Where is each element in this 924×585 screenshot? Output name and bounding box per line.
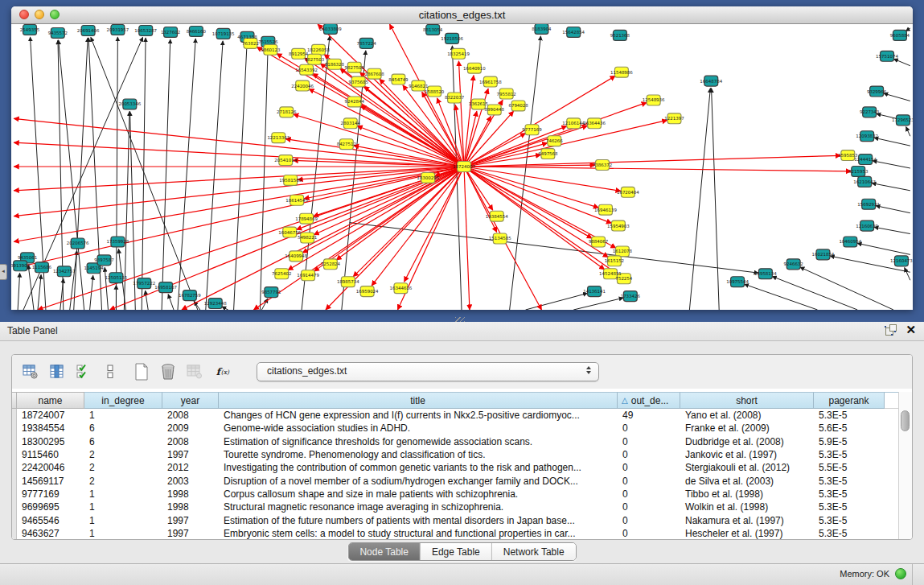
cell-name[interactable]: 18724007 [17,410,84,421]
column-header-out-degree[interactable]: △out_de... [618,392,680,409]
cell-in_degree[interactable]: 1 [84,410,162,421]
tab-network-table[interactable]: Network Table [492,543,576,560]
cell-pagerank[interactable]: 5.3E-5 [814,449,885,460]
delete-table-icon[interactable] [159,363,177,381]
tab-node-table[interactable]: Node Table [348,543,421,560]
memory-ok-icon[interactable] [895,568,906,579]
cell-pagerank[interactable]: 5.3E-5 [814,501,885,513]
cell-in_degree[interactable]: 2 [84,449,162,460]
column-header-year[interactable]: year [162,392,219,409]
table-row[interactable]: 946362711997Embryonic stem cells: a mode… [12,527,899,540]
cell-title[interactable]: Estimation of the future numbers of pati… [219,515,618,526]
cell-in_degree[interactable]: 6 [84,422,162,434]
cell-year[interactable]: 2009 [162,422,219,434]
scrollbar-thumb[interactable] [901,410,910,431]
cell-in_degree[interactable]: 1 [84,528,162,539]
cell-year[interactable]: 1997 [162,528,219,539]
cell-short[interactable]: Tibbo et al. (1998) [680,488,814,500]
cell-title[interactable]: Embryonic stem cells: a model to study s… [219,528,618,539]
cell-short[interactable]: Stergiakouli et al. (2012) [680,462,814,473]
column-header-pagerank[interactable]: pagerank [814,392,885,409]
cell-name[interactable]: 9465546 [17,515,84,526]
cell-out_degree[interactable]: 0 [618,501,680,513]
function-builder-icon[interactable]: f (x) [216,363,233,381]
cell-short[interactable]: Wolkin et al. (1998) [680,501,814,513]
cell-pagerank[interactable]: 5.3E-5 [814,528,885,539]
table-row[interactable]: 977716911998Corpus callosum shape and si… [12,488,899,501]
cell-title[interactable]: Disruption of a novel member of a sodium… [219,476,618,487]
cell-year[interactable]: 1997 [162,449,219,460]
float-panel-icon[interactable] [885,324,896,336]
table-settings-icon[interactable] [22,363,39,381]
select-column-icon[interactable] [48,363,66,381]
cell-pagerank[interactable]: 5.3E-5 [814,515,885,526]
cell-short[interactable]: Jankovic et al. (1997) [680,449,814,460]
cell-short[interactable]: Franke et al. (2009) [680,422,814,434]
cell-out_degree[interactable]: 0 [618,488,680,500]
cell-title[interactable]: Genome-wide association studies in ADHD. [219,422,618,434]
network-window-titlebar[interactable]: citations_edges.txt [11,6,913,24]
cell-out_degree[interactable]: 0 [618,528,680,539]
cell-name[interactable]: 9463627 [17,528,84,539]
cell-year[interactable]: 1997 [162,515,219,526]
cell-name[interactable]: 22420046 [17,462,84,473]
cell-pagerank[interactable]: 5.5E-5 [814,462,885,473]
cell-year[interactable]: 2012 [162,462,219,473]
cell-name[interactable]: 9115460 [17,449,84,460]
cell-title[interactable]: Changes of HCN gene expression and I(f) … [219,410,618,421]
cell-out_degree[interactable]: 0 [618,449,680,460]
cell-short[interactable]: Yano et al. (2008) [680,410,814,421]
cell-out_degree[interactable]: 49 [618,410,680,421]
cell-pagerank[interactable]: 5.9E-5 [814,436,885,447]
collapse-panel-handle[interactable]: ◂ [0,264,7,280]
cell-out_degree[interactable]: 0 [618,422,680,434]
cell-short[interactable]: Dudbridge et al. (2008) [680,436,814,447]
cell-in_degree[interactable]: 1 [84,515,162,526]
cell-in_degree[interactable]: 1 [84,501,162,513]
close-panel-icon[interactable]: ✕ [906,324,916,336]
column-header-name[interactable]: name [17,392,84,409]
cell-pagerank[interactable]: 5.3E-5 [814,488,885,500]
cell-in_degree[interactable]: 1 [84,488,162,500]
table-row[interactable]: 1872400712008Changes of HCN gene express… [12,409,899,422]
cell-title[interactable]: Tourette syndrome. Phenomenology and cla… [219,449,618,460]
cell-year[interactable]: 1998 [162,488,219,500]
cell-in_degree[interactable]: 2 [84,462,162,473]
column-header-short[interactable]: short [680,392,814,409]
vertical-scrollbar[interactable] [898,392,912,539]
cell-name[interactable]: 9777169 [17,488,84,500]
cell-pagerank[interactable]: 5.3E-5 [814,410,885,421]
table-row[interactable]: 1938455462009Genome-wide association stu… [12,422,899,435]
cell-pagerank[interactable]: 5.3E-5 [814,476,885,487]
cell-out_degree[interactable]: 0 [618,436,680,447]
table-row[interactable]: 1830029562008Estimation of significance … [12,435,899,448]
network-canvas[interactable]: 2549355943557220691406209319571065328713… [11,24,913,310]
cell-name[interactable]: 14569117 [17,476,84,487]
cell-year[interactable]: 2003 [162,476,219,487]
table-row[interactable]: 969969511998Structural magnetic resonanc… [12,501,899,513]
cell-short[interactable]: Hescheler et al. (1997) [680,528,814,539]
cell-short[interactable]: de Silva et al. (2003) [680,476,814,487]
cell-name[interactable]: 9699695 [17,501,84,513]
cell-out_degree[interactable]: 0 [618,515,680,526]
row-height-icon[interactable] [101,363,119,381]
select-rows-icon[interactable] [75,363,92,381]
cell-pagerank[interactable]: 5.6E-5 [814,422,885,434]
cell-title[interactable]: Corpus callosum shape and size in male p… [219,488,618,500]
cell-in_degree[interactable]: 2 [84,476,162,487]
cell-title[interactable]: Estimation of significance thresholds fo… [219,436,618,447]
cell-out_degree[interactable]: 0 [618,462,680,473]
table-row[interactable]: 911546021997Tourette syndrome. Phenomeno… [12,448,899,461]
cell-year[interactable]: 2008 [162,436,219,447]
cell-name[interactable]: 19384554 [17,422,84,434]
table-row[interactable]: 1456911722003Disruption of a novel membe… [12,474,899,487]
column-header-in-degree[interactable]: in_degree [84,392,162,409]
cell-name[interactable]: 18300295 [17,436,84,447]
column-header-title[interactable]: title [219,392,618,409]
tab-edge-table[interactable]: Edge Table [421,543,492,560]
table-selector-dropdown[interactable]: citations_edges.txt [257,362,599,381]
cell-out_degree[interactable]: 0 [618,476,680,487]
cell-title[interactable]: Structural magnetic resonance image aver… [219,501,618,513]
cell-year[interactable]: 1998 [162,501,219,513]
cell-year[interactable]: 2008 [162,410,219,421]
